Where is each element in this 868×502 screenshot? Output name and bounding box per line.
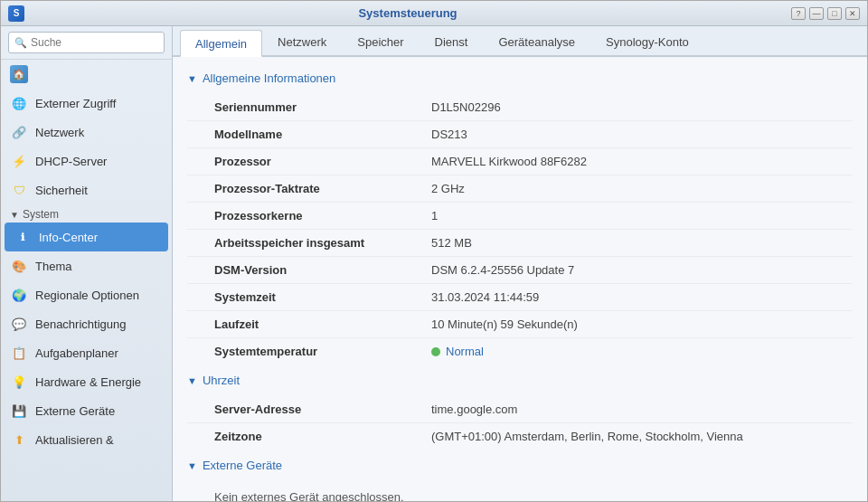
minimize-button[interactable]: — [809, 7, 824, 20]
externe-geraete-chevron-icon: ▼ [187, 460, 197, 471]
maximize-button[interactable]: □ [827, 7, 842, 20]
sidebar-item-regional[interactable]: 🌍 Regionale Optionen [1, 280, 172, 309]
externe-geraete-title: Externe Geräte [203, 459, 282, 472]
table-row: Laufzeit 10 Minute(n) 59 Sekunde(n) [187, 311, 853, 338]
table-row: Prozessorkerne 1 [187, 203, 853, 230]
logo-icon: S [14, 8, 20, 18]
search-box[interactable]: 🔍 [8, 32, 165, 53]
prozessor-value: MARVELL Kirkwood 88F6282 [404, 148, 853, 175]
taktrate-value: 2 GHz [404, 175, 853, 203]
dhcp-icon: ⚡ [10, 152, 28, 170]
seriennummer-value: D1L5N02296 [404, 94, 853, 121]
systemtemperatur-value: Normal [404, 338, 853, 365]
allgemeine-info-section-header: ▼ Allgemeine Informationen [187, 66, 853, 90]
task-icon: 📋 [10, 344, 28, 362]
sidebar: 🔍 🏠 🌐 Externer Zugriff 🔗 Netzwerk ⚡ [1, 26, 173, 501]
external-devices-icon: 💾 [10, 402, 28, 420]
content-area: Allgemein Netzwerk Speicher Dienst Gerät… [173, 26, 867, 501]
window-controls: ? — □ ✕ [791, 7, 860, 20]
sidebar-item-hardware[interactable]: 💡 Hardware & Energie [1, 367, 172, 396]
prozessorkerne-value: 1 [404, 203, 853, 230]
sidebar-item-update-label: Aktualisieren & [35, 433, 114, 447]
server-adresse-value: time.google.com [404, 396, 853, 423]
sidebar-item-update[interactable]: ⬆ Aktualisieren & [1, 425, 172, 454]
tab-netzwerk[interactable]: Netzwerk [262, 28, 342, 55]
notification-icon: 💬 [10, 315, 28, 333]
sidebar-item-notification[interactable]: 💬 Benachrichtigung [1, 309, 172, 338]
main-window: S Systemsteuerung ? — □ ✕ 🔍 🏠 [0, 0, 868, 502]
uhrzeit-chevron-icon: ▼ [187, 375, 197, 386]
prozessor-label: Prozessor [187, 148, 404, 175]
sidebar-item-dhcp-label: DHCP-Server [35, 155, 107, 168]
sidebar-item-theme[interactable]: 🎨 Thema [1, 251, 172, 280]
search-input[interactable] [31, 36, 166, 49]
uhrzeit-title: Uhrzeit [203, 374, 240, 387]
sidebar-item-dhcp[interactable]: ⚡ DHCP-Server [1, 147, 172, 175]
seriennummer-label: Seriennummer [187, 94, 404, 121]
system-section-header: ▼ System [1, 204, 172, 223]
content-body: ▼ Allgemeine Informationen Seriennummer … [173, 57, 867, 501]
allgemeine-info-chevron-icon: ▼ [187, 73, 197, 84]
sidebar-item-external-devices[interactable]: 💾 Externe Geräte [1, 396, 172, 425]
home-icon: 🏠 [10, 65, 28, 83]
dsm-version-label: DSM-Version [187, 257, 404, 284]
sidebar-item-notification-label: Benachrichtigung [35, 317, 126, 331]
sidebar-item-security[interactable]: 🛡 Sicherheit [1, 175, 172, 204]
dsm-version-value: DSM 6.2.4-25556 Update 7 [404, 257, 853, 284]
allgemeine-info-title: Allgemeine Informationen [203, 71, 335, 85]
tab-geraeteanalyse[interactable]: Geräteanalyse [483, 28, 590, 55]
sidebar-item-external-access-label: Externer Zugriff [35, 97, 116, 110]
sidebar-item-security-label: Sicherheit [35, 184, 88, 197]
uhrzeit-table: Server-Adresse time.google.com Zeitzone … [187, 396, 853, 450]
table-row: Zeitzone (GMT+01:00) Amsterdam, Berlin, … [187, 423, 853, 450]
titlebar-left: S [8, 5, 24, 22]
sidebar-item-hardware-label: Hardware & Energie [35, 375, 141, 389]
table-row: DSM-Version DSM 6.2.4-25556 Update 7 [187, 257, 853, 284]
help-button[interactable]: ? [791, 7, 806, 20]
search-icon: 🔍 [14, 37, 27, 49]
theme-icon: 🎨 [10, 257, 28, 275]
temperature-badge: Normal [431, 345, 844, 358]
laufzeit-label: Laufzeit [187, 311, 404, 338]
regional-icon: 🌍 [10, 286, 28, 304]
modellname-label: Modellname [187, 121, 404, 148]
systemzeit-value: 31.03.2024 11:44:59 [404, 284, 853, 311]
sidebar-item-task-label: Aufgabenplaner [35, 346, 118, 360]
table-row: Seriennummer D1L5N02296 [187, 94, 853, 121]
sidebar-item-theme-label: Thema [35, 260, 71, 273]
table-row: Modellname DS213 [187, 121, 853, 148]
zeitzone-label: Zeitzone [187, 423, 404, 450]
sidebar-item-external-devices-label: Externe Geräte [35, 404, 115, 418]
systemtemperatur-label: Systemtemperatur [187, 338, 404, 365]
tab-dienst[interactable]: Dienst [420, 28, 484, 55]
hardware-icon: 💡 [10, 373, 28, 391]
table-row: Systemzeit 31.03.2024 11:44:59 [187, 284, 853, 311]
sidebar-item-task[interactable]: 📋 Aufgabenplaner [1, 338, 172, 367]
tab-bar: Allgemein Netzwerk Speicher Dienst Gerät… [173, 26, 867, 57]
table-row: Arbeitsspeicher insgesamt 512 MB [187, 230, 853, 257]
arbeitsspeicher-value: 512 MB [404, 230, 853, 257]
sidebar-item-home[interactable]: 🏠 [1, 60, 172, 89]
sidebar-item-info-center[interactable]: ℹ Info-Center [5, 223, 168, 251]
sidebar-item-external-access[interactable]: 🌐 Externer Zugriff [1, 89, 172, 118]
system-section-label: System [23, 208, 59, 221]
table-row: Server-Adresse time.google.com [187, 396, 853, 423]
system-chevron-icon: ▼ [10, 210, 19, 220]
external-access-icon: 🌐 [10, 94, 28, 112]
server-adresse-label: Server-Adresse [187, 396, 404, 423]
tab-allgemein[interactable]: Allgemein [180, 30, 262, 57]
zeitzone-value: (GMT+01:00) Amsterdam, Berlin, Rome, Sto… [404, 423, 853, 450]
sidebar-item-network[interactable]: 🔗 Netzwerk [1, 118, 172, 147]
tab-synology-konto[interactable]: Synology-Konto [590, 28, 704, 55]
laufzeit-value: 10 Minute(n) 59 Sekunde(n) [404, 311, 853, 338]
sidebar-search-container: 🔍 [1, 26, 172, 60]
no-device-message: Kein externes Gerät angeschlossen. [187, 481, 853, 501]
externe-geraete-section-header: ▼ Externe Geräte [187, 453, 853, 478]
main-layout: 🔍 🏠 🌐 Externer Zugriff 🔗 Netzwerk ⚡ [1, 26, 867, 501]
allgemeine-info-table: Seriennummer D1L5N02296 Modellname DS213… [187, 94, 853, 365]
temperature-status-text: Normal [446, 345, 484, 358]
table-row: Systemtemperatur Normal [187, 338, 853, 365]
tab-speicher[interactable]: Speicher [342, 28, 419, 55]
update-icon: ⬆ [10, 431, 28, 449]
close-button[interactable]: ✕ [845, 7, 860, 20]
